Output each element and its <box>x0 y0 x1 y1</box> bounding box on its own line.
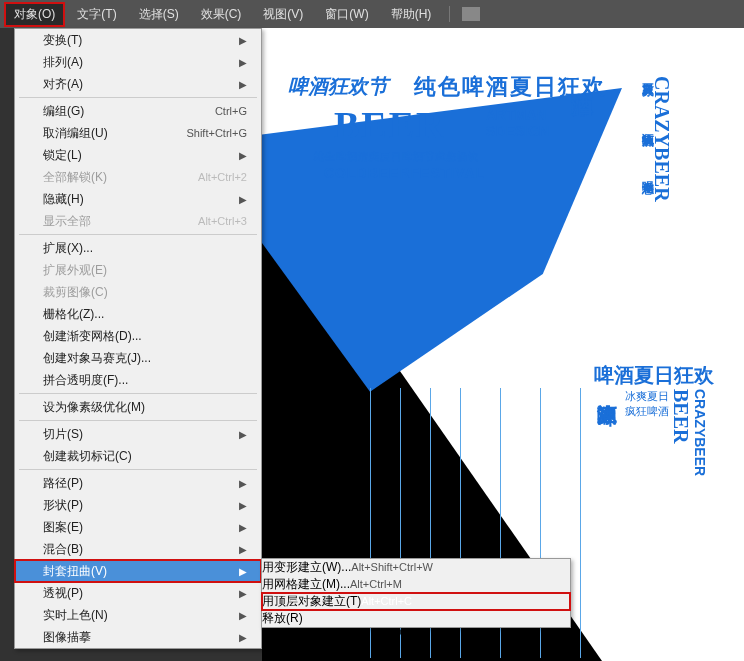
menu-item-label: 用网格建立(M)... <box>262 577 350 591</box>
object-menu-item[interactable]: 锁定(L)▶ <box>15 144 261 166</box>
object-menu-item: 显示全部Alt+Ctrl+3 <box>15 210 261 232</box>
menu-item-label: 用顶层对象建立(T) <box>262 594 361 608</box>
submenu-arrow-icon: ▶ <box>239 429 247 440</box>
object-menu-item[interactable]: 排列(A)▶ <box>15 51 261 73</box>
object-menu-item: 全部解锁(K)Alt+Ctrl+2 <box>15 166 261 188</box>
art-text: 疯狂啤酒 <box>625 404 669 419</box>
submenu-arrow-icon: ▶ <box>239 57 247 68</box>
object-menu-item[interactable]: 形状(P)▶ <box>15 494 261 516</box>
menu-item-label: 排列(A) <box>43 54 83 71</box>
menu-item-label: 图案(E) <box>43 519 83 536</box>
menu-item-label: 切片(S) <box>43 426 83 443</box>
envelope-submenu-item[interactable]: 用顶层对象建立(T)Alt+Ctrl+C <box>262 593 570 610</box>
menu-shortcut: Alt+Ctrl+3 <box>198 215 247 227</box>
menu-item-label: 用变形建立(W)... <box>262 560 351 574</box>
object-menu-item[interactable]: 创建裁切标记(C) <box>15 445 261 467</box>
object-menu-item[interactable]: 对齐(A)▶ <box>15 73 261 95</box>
menu-shortcut: Alt+Ctrl+2 <box>198 171 247 183</box>
envelope-submenu: 用变形建立(W)...Alt+Shift+Ctrl+W用网格建立(M)...Al… <box>261 558 571 628</box>
submenu-arrow-icon: ▶ <box>239 478 247 489</box>
object-menu-item[interactable]: 隐藏(H)▶ <box>15 188 261 210</box>
menu-separator <box>19 234 257 235</box>
menu-help[interactable]: 帮助(H) <box>381 2 442 27</box>
submenu-arrow-icon: ▶ <box>239 522 247 533</box>
menu-item-label: 实时上色(N) <box>43 607 108 624</box>
object-menu: 变换(T)▶排列(A)▶对齐(A)▶编组(G)Ctrl+G取消编组(U)Shif… <box>14 28 262 649</box>
menu-shortcut: Alt+Ctrl+M <box>350 578 402 590</box>
art-text: ARTMAN <box>486 108 547 123</box>
menu-shortcut: Alt+Ctrl+C <box>361 595 412 607</box>
menu-window[interactable]: 窗口(W) <box>315 2 378 27</box>
menu-item-label: 显示全部 <box>43 213 91 230</box>
object-menu-item[interactable]: 设为像素级优化(M) <box>15 396 261 418</box>
submenu-arrow-icon: ▶ <box>239 544 247 555</box>
menu-shortcut: Alt+Shift+Ctrl+W <box>351 561 433 573</box>
menu-item-label: 透视(P) <box>43 585 83 602</box>
menu-item-label: 隐藏(H) <box>43 191 84 208</box>
object-menu-item[interactable]: 创建对象马赛克(J)... <box>15 347 261 369</box>
object-menu-item[interactable]: 变换(T)▶ <box>15 29 261 51</box>
menu-item-label: 拼合透明度(F)... <box>43 372 128 389</box>
submenu-arrow-icon: ▶ <box>239 150 247 161</box>
object-menu-item[interactable]: 封套扭曲(V)▶ <box>15 560 261 582</box>
menu-item-label: 取消编组(U) <box>43 125 108 142</box>
object-menu-item[interactable]: 创建渐变网格(D)... <box>15 325 261 347</box>
object-menu-item[interactable]: 取消编组(U)Shift+Ctrl+G <box>15 122 261 144</box>
art-text: 冰爽夏日 <box>625 389 669 404</box>
menu-effect[interactable]: 效果(C) <box>191 2 252 27</box>
art-text: COLDBEERFESTIVAL <box>324 166 485 181</box>
submenu-arrow-icon: ▶ <box>239 610 247 621</box>
menu-item-label: 混合(B) <box>43 541 83 558</box>
menu-view[interactable]: 视图(V) <box>253 2 313 27</box>
menu-separator <box>19 393 257 394</box>
art-text: BEER <box>334 106 445 146</box>
toolbar-icon[interactable] <box>462 7 480 21</box>
object-menu-item[interactable]: 实时上色(N)▶ <box>15 604 261 626</box>
menu-separator <box>19 420 257 421</box>
menu-item-label: 全部解锁(K) <box>43 169 107 186</box>
envelope-submenu-item[interactable]: 用网格建立(M)...Alt+Ctrl+M <box>262 576 570 593</box>
object-menu-item: 裁剪图像(C) <box>15 281 261 303</box>
object-menu-item[interactable]: 扩展(X)... <box>15 237 261 259</box>
menu-item-label: 扩展外观(E) <box>43 262 107 279</box>
menu-type[interactable]: 文字(T) <box>67 2 126 27</box>
menu-item-label: 创建裁切标记(C) <box>43 448 132 465</box>
menu-item-label: 扩展(X)... <box>43 240 93 257</box>
art-text: 啤酒夏日狂欢 <box>594 362 744 389</box>
menu-object[interactable]: 对象(O) <box>4 2 65 27</box>
object-menu-item[interactable]: 拼合透明度(F)... <box>15 369 261 391</box>
object-menu-item[interactable]: 图案(E)▶ <box>15 516 261 538</box>
submenu-arrow-icon: ▶ <box>239 35 247 46</box>
submenu-arrow-icon: ▶ <box>239 79 247 90</box>
object-menu-item[interactable]: 混合(B)▶ <box>15 538 261 560</box>
art-text: 啤酒狂欢节 <box>288 76 388 97</box>
menu-item-label: 释放(R) <box>262 611 303 625</box>
object-menu-item[interactable]: 路径(P)▶ <box>15 472 261 494</box>
object-menu-item[interactable]: 透视(P)▶ <box>15 582 261 604</box>
menu-item-label: 创建渐变网格(D)... <box>43 328 142 345</box>
menu-item-label: 图像描摹 <box>43 629 91 646</box>
envelope-submenu-item: 释放(R) <box>262 610 570 627</box>
menu-item-label: 路径(P) <box>43 475 83 492</box>
envelope-submenu-item[interactable]: 用变形建立(W)...Alt+Shift+Ctrl+W <box>262 559 570 576</box>
submenu-arrow-icon: ▶ <box>239 500 247 511</box>
menu-separator <box>19 97 257 98</box>
menu-item-label: 封套扭曲(V) <box>43 563 107 580</box>
object-menu-item[interactable]: 编组(G)Ctrl+G <box>15 100 261 122</box>
art-text: SDESIGN <box>486 124 549 139</box>
menu-shortcut: Ctrl+G <box>215 105 247 117</box>
menu-item-label: 变换(T) <box>43 32 82 49</box>
menubar: 对象(O) 文字(T) 选择(S) 效果(C) 视图(V) 窗口(W) 帮助(H… <box>0 0 744 28</box>
art-text: CRAZYBEER <box>651 76 672 202</box>
art-text: 纯色啤酒夏日狂欢 <box>414 75 606 98</box>
art-text: CRAZYBEER <box>692 389 708 476</box>
menu-item-label: 形状(P) <box>43 497 83 514</box>
menu-item-label: 锁定(L) <box>43 147 82 164</box>
menu-select[interactable]: 选择(S) <box>129 2 189 27</box>
menu-item-label: 编组(G) <box>43 103 84 120</box>
object-menu-item[interactable]: 图像描摹▶ <box>15 626 261 648</box>
object-menu-item[interactable]: 切片(S)▶ <box>15 423 261 445</box>
submenu-arrow-icon: ▶ <box>239 566 247 577</box>
submenu-arrow-icon: ▶ <box>239 632 247 643</box>
object-menu-item[interactable]: 栅格化(Z)... <box>15 303 261 325</box>
